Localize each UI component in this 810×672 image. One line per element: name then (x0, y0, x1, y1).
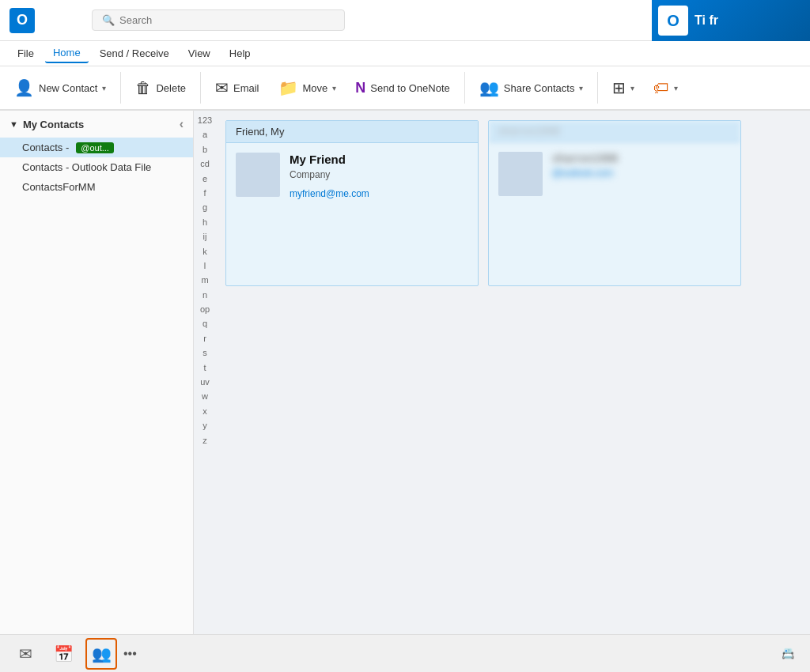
alpha-letter-y[interactable]: y (201, 419, 209, 432)
status-bar: ✉ 📅 👥 ••• 📇 (0, 634, 810, 672)
contact-info-2: sharron1998 @outlook.com (552, 152, 618, 276)
alpha-letter-ij[interactable]: ij (202, 230, 209, 244)
move-label: Move (303, 82, 328, 94)
sidebar-item-contacts-for-mm-label: ContactsForMM (22, 181, 95, 193)
promo-icon: O (658, 6, 688, 36)
share-contacts-dropdown-icon[interactable]: ▾ (579, 84, 583, 92)
email-button[interactable]: ✉ Email (207, 69, 267, 107)
view-options-icon: ⊞ (612, 78, 626, 97)
cards-area: Friend, My My Friend Company myfriend@me… (216, 111, 810, 634)
move-button[interactable]: 📁 Move ▾ (271, 69, 345, 107)
onenote-label: Send to OneNote (370, 82, 449, 94)
sidebar-collapse-button[interactable]: ‹ (180, 117, 184, 131)
ribbon-sep-3 (464, 72, 465, 104)
alpha-letter-h[interactable]: h (201, 216, 209, 229)
alphabet-sidebar: 123abcdefghijklmnopqrstuvwxyz (194, 111, 216, 634)
calendar-icon: 📅 (54, 644, 74, 663)
alpha-letter-n[interactable]: n (201, 289, 209, 302)
contacts-nav-icon: 👥 (92, 644, 112, 663)
menu-home[interactable]: Home (45, 43, 89, 63)
search-icon: 🔍 (102, 14, 115, 26)
alpha-letter-w[interactable]: w (200, 390, 210, 403)
alpha-letter-z[interactable]: z (201, 434, 209, 447)
alpha-letter-l[interactable]: l (202, 259, 207, 273)
contact-avatar-2 (498, 152, 543, 196)
sidebar-item-contacts-outlook-label: Contacts - Outlook Data File (22, 161, 151, 173)
menu-view[interactable]: View (180, 44, 218, 62)
alpha-letter-cd[interactable]: cd (199, 157, 211, 171)
blurred-header-text: sharron1998 (498, 126, 560, 137)
onenote-icon: N (355, 80, 365, 96)
mail-icon: ✉ (19, 644, 32, 663)
search-input[interactable] (119, 14, 335, 26)
nav-mail-button[interactable]: ✉ (9, 638, 41, 670)
more-icon: ••• (123, 647, 137, 660)
alpha-letter-m[interactable]: m (199, 274, 210, 287)
alpha-letter-k[interactable]: k (201, 245, 209, 259)
share-contacts-label: Share Contacts (504, 82, 575, 94)
blurred-email-text: @outlook.com (552, 168, 613, 179)
alpha-letter-op[interactable]: op (199, 303, 211, 316)
menu-help[interactable]: Help (221, 44, 259, 62)
contact-email-1[interactable]: myfriend@me.com (290, 188, 369, 199)
alpha-letter-b[interactable]: b (201, 143, 209, 157)
alpha-letter-x[interactable]: x (201, 405, 209, 418)
alpha-letter-g[interactable]: g (201, 201, 209, 214)
alpha-letter-123[interactable]: 123 (196, 114, 214, 127)
contact-card-blurred[interactable]: sharron1998 sharron1998 @outlook.com (488, 120, 741, 286)
search-bar[interactable]: 🔍 (92, 9, 345, 31)
section-collapse-icon: ▼ (9, 119, 18, 129)
new-contact-button[interactable]: 👤 New Contact ▾ (6, 69, 114, 107)
share-contacts-button[interactable]: 👥 Share Contacts ▾ (471, 69, 592, 107)
share-contacts-icon: 👥 (479, 78, 499, 97)
nav-more-button[interactable]: ••• (123, 647, 137, 661)
promo-banner: O Ti fr (652, 0, 810, 41)
alpha-letter-r[interactable]: r (202, 332, 208, 345)
categories-button[interactable]: 🏷 ▾ (645, 69, 686, 107)
alpha-letter-t[interactable]: t (202, 361, 207, 375)
alpha-letter-a[interactable]: a (201, 128, 209, 142)
main-layout: ▼ My Contacts ‹ Contacts - @out... Conta… (0, 111, 810, 634)
view-options-button[interactable]: ⊞ ▾ (604, 69, 642, 107)
alpha-letter-s[interactable]: s (201, 346, 209, 360)
alpha-letter-q[interactable]: q (201, 317, 209, 330)
add-address-book-button[interactable]: 📇 (775, 641, 801, 666)
onenote-button[interactable]: N Send to OneNote (347, 69, 457, 107)
outlook-logo-icon: O (9, 8, 35, 33)
nav-calendar-button[interactable]: 📅 (47, 638, 79, 670)
nav-contacts-button[interactable]: 👥 (85, 638, 117, 670)
contact-card-body-1: My Friend Company myfriend@me.com (226, 143, 478, 285)
email-label: Email (233, 82, 259, 94)
contact-card-header-1: Friend, My (226, 121, 478, 143)
delete-button[interactable]: 🗑 Delete (127, 69, 194, 107)
promo-text: Ti fr (695, 13, 718, 28)
contact-avatar-1 (236, 153, 280, 197)
alpha-letter-f[interactable]: f (202, 187, 207, 200)
sidebar-section-my-contacts[interactable]: ▼ My Contacts ‹ (0, 111, 193, 138)
new-contact-icon: 👤 (14, 78, 34, 97)
move-icon: 📁 (278, 78, 298, 97)
add-address-book-icon: 📇 (782, 647, 794, 659)
sidebar-item-contacts-for-mm[interactable]: ContactsForMM (0, 177, 193, 197)
contact-company-1: Company (290, 169, 369, 180)
contact-card-friend[interactable]: Friend, My My Friend Company myfriend@me… (225, 120, 479, 286)
contact-email-blurred[interactable]: @outlook.com (552, 168, 618, 179)
categories-dropdown-icon[interactable]: ▾ (674, 84, 678, 92)
alpha-letter-uv[interactable]: uv (199, 376, 211, 389)
contact-name-blurred: sharron1998 (552, 152, 618, 164)
contact-card-body-2: sharron1998 @outlook.com (489, 142, 740, 285)
sidebar-item-contacts[interactable]: Contacts - @out... (0, 138, 193, 157)
sidebar-item-contacts-outlook[interactable]: Contacts - Outlook Data File (0, 157, 193, 177)
sidebar-item-contacts-label: Contacts - (22, 142, 69, 153)
contact-info-1: My Friend Company myfriend@me.com (290, 153, 369, 276)
contact-name-1: My Friend (290, 153, 369, 166)
move-dropdown-icon[interactable]: ▾ (332, 84, 336, 92)
delete-icon: 🗑 (135, 79, 151, 97)
alpha-letter-e[interactable]: e (201, 172, 209, 186)
ribbon: 👤 New Contact ▾ 🗑 Delete ✉ Email 📁 Move … (0, 66, 810, 111)
new-contact-dropdown-icon[interactable]: ▾ (102, 84, 106, 92)
view-options-dropdown-icon[interactable]: ▾ (630, 84, 634, 92)
menu-file[interactable]: File (9, 44, 42, 62)
categories-icon: 🏷 (653, 79, 669, 97)
menu-send-receive[interactable]: Send / Receive (92, 44, 177, 62)
